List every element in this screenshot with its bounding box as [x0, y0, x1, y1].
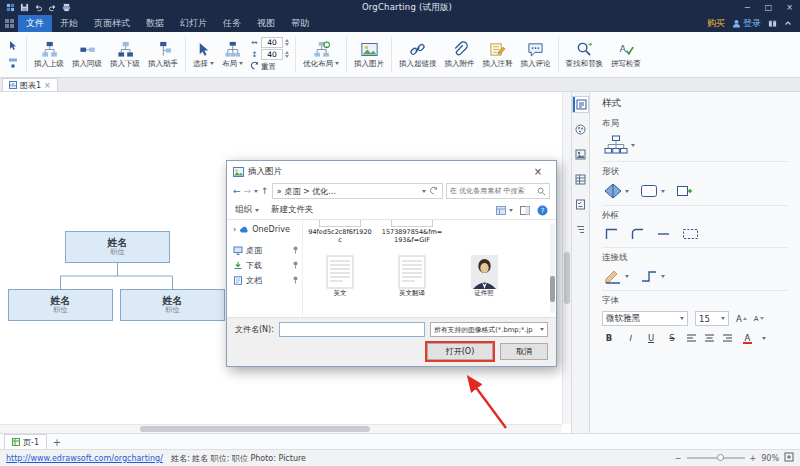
- breadcrumb[interactable]: » 桌面 > 优化...: [272, 183, 443, 199]
- insert-attachment-button[interactable]: 插入附件: [441, 40, 479, 70]
- forward-icon[interactable]: →: [244, 187, 252, 196]
- select-button[interactable]: 选择: [189, 33, 218, 76]
- shrink-font-button[interactable]: A: [754, 315, 764, 323]
- close-button[interactable]: ×: [779, 0, 800, 15]
- reset-size-button[interactable]: 重置: [250, 61, 289, 72]
- preview-pane-icon[interactable]: [520, 206, 530, 215]
- undo-icon[interactable]: [34, 3, 43, 12]
- frame-corner-button[interactable]: [602, 226, 621, 242]
- optimize-layout-button[interactable]: 优化布局: [299, 33, 343, 76]
- frame-dashed-button[interactable]: [680, 226, 701, 242]
- fit-window-icon[interactable]: [784, 452, 794, 464]
- refresh-icon[interactable]: [429, 186, 438, 197]
- underline-button[interactable]: U: [644, 331, 658, 345]
- style-panel-icon[interactable]: [573, 97, 588, 112]
- maximize-button[interactable]: □: [758, 0, 779, 15]
- redo-icon[interactable]: [48, 3, 57, 12]
- frame-corner2-button[interactable]: [628, 226, 647, 242]
- strikethrough-button[interactable]: S: [665, 331, 679, 345]
- insert-note-button[interactable]: 插入注释: [479, 40, 517, 70]
- canvas[interactable]: 姓名 职位 姓名 职位 姓名 职位 插入图片 × ← →: [0, 92, 571, 433]
- org-node-root[interactable]: 姓名 职位: [65, 231, 170, 263]
- shape-style-button[interactable]: [602, 182, 631, 200]
- clipart-panel-icon[interactable]: [573, 147, 588, 162]
- shape-change-button[interactable]: [638, 182, 667, 200]
- new-folder-button[interactable]: 新建文件夹: [271, 204, 314, 216]
- tab-page-style[interactable]: 页面样式: [86, 15, 138, 32]
- tab-data[interactable]: 数据: [138, 15, 172, 32]
- spell-check-button[interactable]: A 拼写检查: [607, 40, 645, 70]
- sidebar-item-documents[interactable]: 文档: [227, 273, 302, 288]
- layout-style-button[interactable]: [602, 134, 637, 156]
- breadcrumb-chevrons-icon[interactable]: »: [277, 187, 282, 196]
- dialog-close-button[interactable]: ×: [526, 161, 550, 182]
- connector-type-button[interactable]: [638, 268, 667, 285]
- file-list-scrollbar[interactable]: [550, 224, 555, 313]
- page-tab[interactable]: 页-1: [4, 434, 47, 449]
- format-painter-icon[interactable]: [5, 56, 20, 70]
- font-family-select[interactable]: 微软雅黑: [602, 311, 688, 326]
- tab-view[interactable]: 视图: [249, 15, 283, 32]
- login-button[interactable]: 登录: [732, 17, 761, 30]
- insert-comment-button[interactable]: 插入评论: [517, 40, 555, 70]
- zoom-out-icon[interactable]: −: [675, 454, 682, 463]
- file-item[interactable]: 94fed5c2c8f6f1920c: [308, 220, 372, 245]
- print-icon[interactable]: [62, 3, 71, 12]
- insert-parent-button[interactable]: 插入上级: [30, 40, 68, 70]
- minimize-button[interactable]: ─: [737, 0, 758, 15]
- app-menu-icon[interactable]: [0, 19, 18, 28]
- org-node-child-1[interactable]: 姓名 职位: [8, 289, 113, 321]
- height-stepper[interactable]: [285, 51, 289, 58]
- align-center-icon[interactable]: [704, 333, 715, 344]
- collapse-ribbon-icon[interactable]: [784, 19, 792, 29]
- sidebar-item-desktop[interactable]: 桌面: [227, 243, 302, 258]
- canvas-horizontal-scrollbar[interactable]: [0, 424, 562, 433]
- tab-slides[interactable]: 幻灯片: [172, 15, 215, 32]
- grow-font-button[interactable]: A: [736, 314, 747, 324]
- tab-file[interactable]: 文件: [18, 15, 52, 32]
- theme-panel-icon[interactable]: [573, 122, 588, 137]
- up-icon[interactable]: ↑: [261, 187, 269, 196]
- canvas-vertical-scrollbar[interactable]: [562, 92, 571, 424]
- help-icon[interactable]: ?: [537, 205, 548, 216]
- save-icon[interactable]: [20, 3, 29, 12]
- back-icon[interactable]: ←: [233, 187, 241, 196]
- dialog-titlebar[interactable]: 插入图片 ×: [227, 161, 556, 182]
- gift-icon[interactable]: [768, 18, 777, 29]
- tab-help[interactable]: 帮助: [283, 15, 317, 32]
- shape-add-button[interactable]: [674, 182, 696, 200]
- file-item[interactable]: 英文翻译: [380, 255, 444, 298]
- tab-tasks[interactable]: 任务: [215, 15, 249, 32]
- frame-line-button[interactable]: [654, 226, 673, 242]
- search-input[interactable]: [450, 187, 537, 195]
- buy-button[interactable]: 购买: [707, 17, 725, 30]
- insert-sibling-button[interactable]: 插入同级: [68, 40, 106, 70]
- insert-assistant-button[interactable]: 插入助手: [144, 40, 182, 70]
- width-stepper[interactable]: [285, 39, 289, 46]
- node-width-input[interactable]: [261, 37, 283, 48]
- document-tab[interactable]: 图表1 ×: [2, 78, 58, 91]
- search-icon[interactable]: [537, 187, 546, 196]
- website-link[interactable]: http://www.edrawsoft.com/orgcharting/: [6, 454, 163, 463]
- open-button[interactable]: 打开(O): [427, 343, 493, 360]
- align-left-icon[interactable]: [686, 333, 697, 344]
- connector-style-button[interactable]: [602, 268, 631, 285]
- breadcrumb-dropdown-icon[interactable]: [422, 190, 426, 193]
- font-color-button[interactable]: A: [740, 331, 755, 345]
- cancel-button[interactable]: 取消: [500, 343, 548, 360]
- insert-child-button[interactable]: 插入下级: [106, 40, 144, 70]
- insert-hyperlink-button[interactable]: 插入超链接: [395, 40, 441, 70]
- align-right-icon[interactable]: [722, 333, 733, 344]
- file-item-photo[interactable]: 证件照: [452, 255, 516, 298]
- data-panel-icon[interactable]: [573, 172, 588, 187]
- zoom-in-icon[interactable]: +: [750, 454, 757, 463]
- bold-button[interactable]: B: [602, 331, 616, 345]
- sidebar-item-onedrive[interactable]: › OneDrive: [227, 223, 302, 236]
- italic-button[interactable]: I: [623, 331, 637, 345]
- add-page-button[interactable]: +: [50, 435, 64, 449]
- insert-picture-button[interactable]: 插入图片: [350, 33, 388, 76]
- layout-button[interactable]: 布局: [218, 33, 247, 76]
- close-tab-icon[interactable]: ×: [44, 81, 51, 90]
- sidebar-item-downloads[interactable]: 下载: [227, 258, 302, 273]
- expand-chevron-icon[interactable]: ›: [233, 225, 236, 234]
